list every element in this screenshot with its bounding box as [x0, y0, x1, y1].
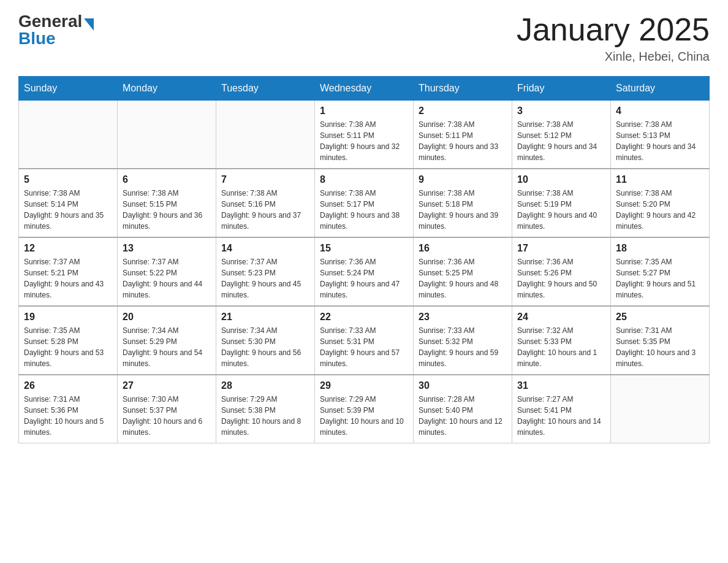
calendar-cell: 31Sunrise: 7:27 AMSunset: 5:41 PMDayligh…	[512, 375, 611, 443]
day-number: 25	[616, 312, 704, 323]
day-info: Sunrise: 7:38 AMSunset: 5:16 PMDaylight:…	[221, 188, 309, 232]
logo: General Blue	[18, 12, 94, 47]
day-info: Sunrise: 7:38 AMSunset: 5:14 PMDaylight:…	[24, 188, 112, 232]
day-info: Sunrise: 7:28 AMSunset: 5:40 PMDaylight:…	[419, 394, 507, 438]
day-number: 2	[419, 105, 507, 117]
day-info: Sunrise: 7:38 AMSunset: 5:11 PMDaylight:…	[419, 119, 507, 163]
calendar-cell: 16Sunrise: 7:36 AMSunset: 5:25 PMDayligh…	[414, 237, 512, 306]
day-info: Sunrise: 7:35 AMSunset: 5:28 PMDaylight:…	[24, 325, 112, 369]
page-header: General Blue January 2025 Xinle, Hebei, …	[18, 12, 710, 64]
calendar-cell: 19Sunrise: 7:35 AMSunset: 5:28 PMDayligh…	[19, 306, 118, 375]
title-block: January 2025 Xinle, Hebei, China	[517, 12, 710, 64]
calendar-cell: 13Sunrise: 7:37 AMSunset: 5:22 PMDayligh…	[118, 237, 216, 306]
day-info: Sunrise: 7:38 AMSunset: 5:12 PMDaylight:…	[517, 119, 605, 163]
day-number: 22	[320, 312, 408, 323]
day-number: 20	[123, 312, 211, 323]
calendar-cell: 3Sunrise: 7:38 AMSunset: 5:12 PMDaylight…	[512, 101, 611, 169]
day-info: Sunrise: 7:30 AMSunset: 5:37 PMDaylight:…	[123, 394, 211, 438]
day-info: Sunrise: 7:34 AMSunset: 5:30 PMDaylight:…	[221, 325, 309, 369]
calendar-cell: 4Sunrise: 7:38 AMSunset: 5:13 PMDaylight…	[611, 101, 710, 169]
calendar-cell: 10Sunrise: 7:38 AMSunset: 5:19 PMDayligh…	[512, 169, 611, 237]
day-info: Sunrise: 7:38 AMSunset: 5:20 PMDaylight:…	[616, 188, 704, 232]
calendar-cell: 20Sunrise: 7:34 AMSunset: 5:29 PMDayligh…	[118, 306, 216, 375]
day-number: 3	[517, 105, 605, 117]
day-number: 4	[616, 105, 704, 117]
day-info: Sunrise: 7:33 AMSunset: 5:32 PMDaylight:…	[419, 325, 507, 369]
day-number: 9	[419, 174, 507, 185]
day-number: 23	[419, 312, 507, 323]
calendar-cell: 25Sunrise: 7:31 AMSunset: 5:35 PMDayligh…	[611, 306, 710, 375]
day-info: Sunrise: 7:38 AMSunset: 5:13 PMDaylight:…	[616, 119, 704, 163]
header-thursday: Thursday	[414, 77, 512, 101]
day-info: Sunrise: 7:32 AMSunset: 5:33 PMDaylight:…	[517, 325, 605, 369]
day-info: Sunrise: 7:35 AMSunset: 5:27 PMDaylight:…	[616, 256, 704, 301]
calendar-cell: 18Sunrise: 7:35 AMSunset: 5:27 PMDayligh…	[611, 237, 710, 306]
week-row-2: 5Sunrise: 7:38 AMSunset: 5:14 PMDaylight…	[19, 169, 710, 237]
day-number: 12	[24, 243, 112, 254]
calendar-cell: 6Sunrise: 7:38 AMSunset: 5:15 PMDaylight…	[118, 169, 216, 237]
day-number: 13	[123, 243, 211, 254]
day-number: 29	[320, 380, 408, 391]
calendar-cell: 12Sunrise: 7:37 AMSunset: 5:21 PMDayligh…	[19, 237, 118, 306]
day-number: 28	[221, 380, 309, 391]
header-friday: Friday	[512, 77, 611, 101]
day-number: 8	[320, 174, 408, 185]
day-number: 1	[320, 105, 408, 117]
header-wednesday: Wednesday	[315, 77, 414, 101]
location: Xinle, Hebei, China	[517, 50, 710, 64]
day-info: Sunrise: 7:38 AMSunset: 5:19 PMDaylight:…	[517, 188, 605, 232]
week-row-4: 19Sunrise: 7:35 AMSunset: 5:28 PMDayligh…	[19, 306, 710, 375]
day-info: Sunrise: 7:29 AMSunset: 5:39 PMDaylight:…	[320, 394, 408, 438]
calendar-cell: 15Sunrise: 7:36 AMSunset: 5:24 PMDayligh…	[315, 237, 414, 306]
calendar-cell: 17Sunrise: 7:36 AMSunset: 5:26 PMDayligh…	[512, 237, 611, 306]
day-info: Sunrise: 7:31 AMSunset: 5:36 PMDaylight:…	[24, 394, 112, 438]
week-row-3: 12Sunrise: 7:37 AMSunset: 5:21 PMDayligh…	[19, 237, 710, 306]
day-info: Sunrise: 7:36 AMSunset: 5:26 PMDaylight:…	[517, 256, 605, 301]
day-info: Sunrise: 7:36 AMSunset: 5:24 PMDaylight:…	[320, 256, 408, 301]
calendar-cell	[118, 101, 216, 169]
day-info: Sunrise: 7:29 AMSunset: 5:38 PMDaylight:…	[221, 394, 309, 438]
day-number: 14	[221, 243, 309, 254]
calendar-cell: 26Sunrise: 7:31 AMSunset: 5:36 PMDayligh…	[19, 375, 118, 443]
day-number: 26	[24, 380, 112, 391]
calendar-cell	[611, 375, 710, 443]
day-number: 15	[320, 243, 408, 254]
calendar-cell: 8Sunrise: 7:38 AMSunset: 5:17 PMDaylight…	[315, 169, 414, 237]
header-saturday: Saturday	[611, 77, 710, 101]
day-info: Sunrise: 7:37 AMSunset: 5:22 PMDaylight:…	[123, 256, 211, 301]
calendar-cell: 29Sunrise: 7:29 AMSunset: 5:39 PMDayligh…	[315, 375, 414, 443]
day-number: 21	[221, 312, 309, 323]
calendar-cell: 30Sunrise: 7:28 AMSunset: 5:40 PMDayligh…	[414, 375, 512, 443]
calendar-cell	[19, 101, 118, 169]
day-info: Sunrise: 7:34 AMSunset: 5:29 PMDaylight:…	[123, 325, 211, 369]
calendar-cell: 23Sunrise: 7:33 AMSunset: 5:32 PMDayligh…	[414, 306, 512, 375]
day-number: 5	[24, 174, 112, 185]
logo-text: General Blue	[18, 12, 94, 47]
day-number: 11	[616, 174, 704, 185]
day-info: Sunrise: 7:38 AMSunset: 5:17 PMDaylight:…	[320, 188, 408, 232]
day-number: 31	[517, 380, 605, 391]
month-title: January 2025	[517, 12, 710, 47]
day-number: 30	[419, 380, 507, 391]
week-row-5: 26Sunrise: 7:31 AMSunset: 5:36 PMDayligh…	[19, 375, 710, 443]
week-row-1: 1Sunrise: 7:38 AMSunset: 5:11 PMDaylight…	[19, 101, 710, 169]
day-info: Sunrise: 7:33 AMSunset: 5:31 PMDaylight:…	[320, 325, 408, 369]
day-number: 27	[123, 380, 211, 391]
header-tuesday: Tuesday	[216, 77, 315, 101]
calendar-cell: 27Sunrise: 7:30 AMSunset: 5:37 PMDayligh…	[118, 375, 216, 443]
calendar-cell: 28Sunrise: 7:29 AMSunset: 5:38 PMDayligh…	[216, 375, 315, 443]
header-monday: Monday	[118, 77, 216, 101]
day-number: 7	[221, 174, 309, 185]
day-number: 19	[24, 312, 112, 323]
calendar-cell: 22Sunrise: 7:33 AMSunset: 5:31 PMDayligh…	[315, 306, 414, 375]
day-number: 17	[517, 243, 605, 254]
calendar-cell: 5Sunrise: 7:38 AMSunset: 5:14 PMDaylight…	[19, 169, 118, 237]
day-number: 16	[419, 243, 507, 254]
calendar-cell: 7Sunrise: 7:38 AMSunset: 5:16 PMDaylight…	[216, 169, 315, 237]
day-info: Sunrise: 7:38 AMSunset: 5:15 PMDaylight:…	[123, 188, 211, 232]
calendar-cell	[216, 101, 315, 169]
day-info: Sunrise: 7:37 AMSunset: 5:21 PMDaylight:…	[24, 256, 112, 301]
calendar-cell: 21Sunrise: 7:34 AMSunset: 5:30 PMDayligh…	[216, 306, 315, 375]
day-info: Sunrise: 7:36 AMSunset: 5:25 PMDaylight:…	[419, 256, 507, 301]
calendar-cell: 14Sunrise: 7:37 AMSunset: 5:23 PMDayligh…	[216, 237, 315, 306]
